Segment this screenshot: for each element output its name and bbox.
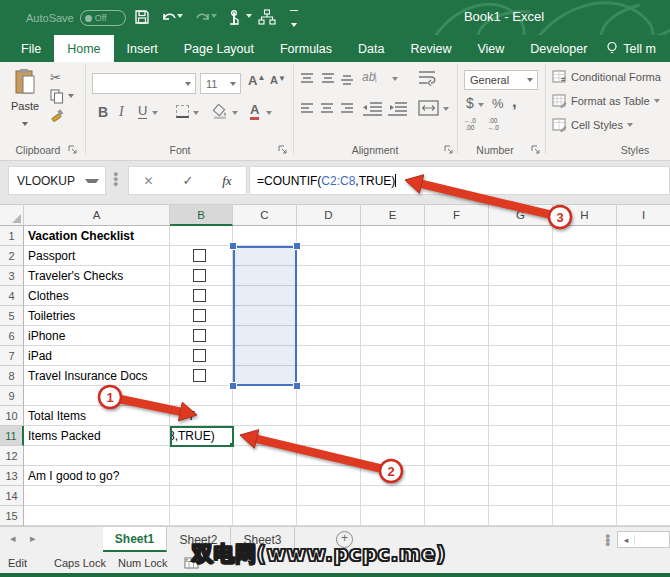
shrink-font-button[interactable]: A▼ xyxy=(270,74,286,86)
worksheet-grid[interactable]: ABCDEFGHI1Vacation Checklist2Passport3Tr… xyxy=(0,205,670,526)
column-header-I[interactable]: I xyxy=(617,205,670,226)
orientation-icon[interactable]: ab⁄ xyxy=(362,70,377,84)
enter-button[interactable]: ✓ xyxy=(182,173,193,188)
indent-icons[interactable] xyxy=(362,102,408,116)
selection-handle[interactable] xyxy=(293,382,301,390)
row-header-6[interactable]: 6 xyxy=(0,326,24,346)
row-header-5[interactable]: 5 xyxy=(0,306,24,326)
copy-button[interactable] xyxy=(50,89,64,108)
grow-font-button[interactable]: A▲ xyxy=(248,73,265,88)
row-header-12[interactable]: 12 xyxy=(0,446,24,466)
cell-A8[interactable]: Travel Insurance Docs xyxy=(28,369,148,383)
font-name-select[interactable] xyxy=(92,73,196,94)
underline-caret[interactable] xyxy=(152,111,158,115)
next-sheet-arrow-icon[interactable]: ▸ xyxy=(30,532,36,545)
row-header-15[interactable]: 15 xyxy=(0,506,24,526)
selection-handle[interactable] xyxy=(229,382,237,390)
row-header-2[interactable]: 2 xyxy=(0,246,24,266)
merge-center-caret[interactable] xyxy=(443,107,449,111)
row-header-4[interactable]: 4 xyxy=(0,286,24,306)
row-header-14[interactable]: 14 xyxy=(0,486,24,506)
comma-style-button[interactable]: , xyxy=(512,92,517,112)
checkbox-B5[interactable] xyxy=(193,309,206,322)
format-painter-button[interactable] xyxy=(50,108,64,126)
ribbon-tab-developer[interactable]: Developer xyxy=(517,35,600,62)
cell-A5[interactable]: Toiletries xyxy=(28,309,75,323)
row-header-11[interactable]: 11 xyxy=(0,426,24,446)
column-header-A[interactable]: A xyxy=(24,205,170,226)
accounting-format-button[interactable]: $ xyxy=(466,95,474,111)
scrollbar-thumb[interactable] xyxy=(635,532,669,547)
fill-color-caret[interactable] xyxy=(232,111,238,115)
sheet-tab-sheet3[interactable]: Sheet3 xyxy=(231,527,295,552)
checkbox-B4[interactable] xyxy=(193,289,206,302)
ribbon-tab-page-layout[interactable]: Page Layout xyxy=(171,35,267,62)
merge-center-icon[interactable] xyxy=(418,100,440,117)
cancel-button[interactable]: ✕ xyxy=(143,174,153,188)
cell-A11[interactable]: Items Packed xyxy=(28,429,101,443)
customize-qat-button[interactable] xyxy=(288,10,300,31)
checkbox-B6[interactable] xyxy=(193,329,206,342)
column-header-F[interactable]: F xyxy=(425,205,489,226)
column-header-G[interactable]: G xyxy=(489,205,553,226)
tell-me-box[interactable]: Tell m xyxy=(600,35,662,62)
ribbon-tab-file[interactable]: File xyxy=(8,35,54,62)
diagram-button[interactable] xyxy=(255,6,279,28)
cut-button[interactable]: ✂ xyxy=(50,70,61,85)
ribbon-tab-view[interactable]: View xyxy=(464,35,517,62)
insert-function-button[interactable]: fx xyxy=(222,173,231,189)
select-all-corner[interactable] xyxy=(0,205,24,226)
sheet-tab-sheet1[interactable]: Sheet1 xyxy=(103,527,167,552)
row-header-9[interactable]: 9 xyxy=(0,386,24,406)
horizontal-align-icons[interactable] xyxy=(300,102,358,116)
font-color-caret[interactable] xyxy=(266,111,272,115)
column-header-D[interactable]: D xyxy=(297,205,361,226)
decrease-decimal-button[interactable]: .00 →.0 xyxy=(487,117,499,131)
row-header-8[interactable]: 8 xyxy=(0,366,24,386)
formula-bar-input[interactable]: =COUNTIF(C2:C8,TRUE) xyxy=(249,166,670,195)
clipboard-dialog-launcher-icon[interactable] xyxy=(68,145,78,155)
column-header-C[interactable]: C xyxy=(233,205,297,226)
touch-mode-dropdown-caret[interactable] xyxy=(246,14,252,18)
number-dialog-launcher-icon[interactable] xyxy=(531,145,541,155)
tabbar-splitter[interactable]: ●●● xyxy=(605,534,608,546)
autosave-toggle[interactable]: AutoSave Off xyxy=(26,10,126,26)
percent-style-button[interactable]: % xyxy=(492,96,504,111)
cell-A1[interactable]: Vacation Checklist xyxy=(28,229,134,243)
row-header-10[interactable]: 10 xyxy=(0,406,24,426)
italic-button[interactable]: I xyxy=(119,104,124,120)
accounting-format-caret[interactable] xyxy=(478,103,484,107)
ribbon-tab-insert[interactable]: Insert xyxy=(114,35,171,62)
name-box[interactable]: VLOOKUP xyxy=(8,166,106,195)
new-sheet-button[interactable]: + xyxy=(336,531,353,548)
scroll-left-arrow-icon[interactable]: ◂ xyxy=(618,535,635,545)
selection-handle[interactable] xyxy=(229,242,237,250)
sheet-tab-sheet2[interactable]: Sheet2 xyxy=(167,527,231,552)
cell-A4[interactable]: Clothes xyxy=(28,289,69,303)
row-header-3[interactable]: 3 xyxy=(0,266,24,286)
column-header-E[interactable]: E xyxy=(361,205,425,226)
underline-button[interactable]: U xyxy=(138,104,147,119)
prev-sheet-arrow-icon[interactable]: ◂ xyxy=(10,532,16,545)
copy-dropdown-caret[interactable] xyxy=(68,94,74,98)
column-header-H[interactable]: H xyxy=(553,205,617,226)
autosave-pill[interactable]: Off xyxy=(80,10,126,26)
font-color-button[interactable]: A xyxy=(250,103,259,120)
redo-dropdown-caret[interactable] xyxy=(211,14,217,18)
conditional-formatting-button[interactable]: ≠ Conditional Forma xyxy=(552,70,661,84)
alignment-dialog-launcher-icon[interactable] xyxy=(444,145,454,155)
borders-icon[interactable] xyxy=(176,105,189,118)
row-header-1[interactable]: 1 xyxy=(0,226,24,246)
increase-decimal-button[interactable]: ←.0 .00 xyxy=(464,117,476,131)
format-as-table-button[interactable]: Format as Table xyxy=(552,94,660,108)
ribbon-tab-data[interactable]: Data xyxy=(345,35,397,62)
cell-A2[interactable]: Passport xyxy=(28,249,75,263)
vertical-align-icons[interactable] xyxy=(300,72,358,86)
checkbox-B2[interactable] xyxy=(193,249,206,262)
save-button[interactable] xyxy=(130,6,154,28)
cell-styles-button[interactable]: Cell Styles xyxy=(552,118,633,132)
checkbox-B3[interactable] xyxy=(193,269,206,282)
formula-bar-splitter[interactable]: ●●● xyxy=(113,172,116,187)
touch-mode-button[interactable] xyxy=(222,6,246,28)
fill-handle[interactable] xyxy=(229,442,234,447)
